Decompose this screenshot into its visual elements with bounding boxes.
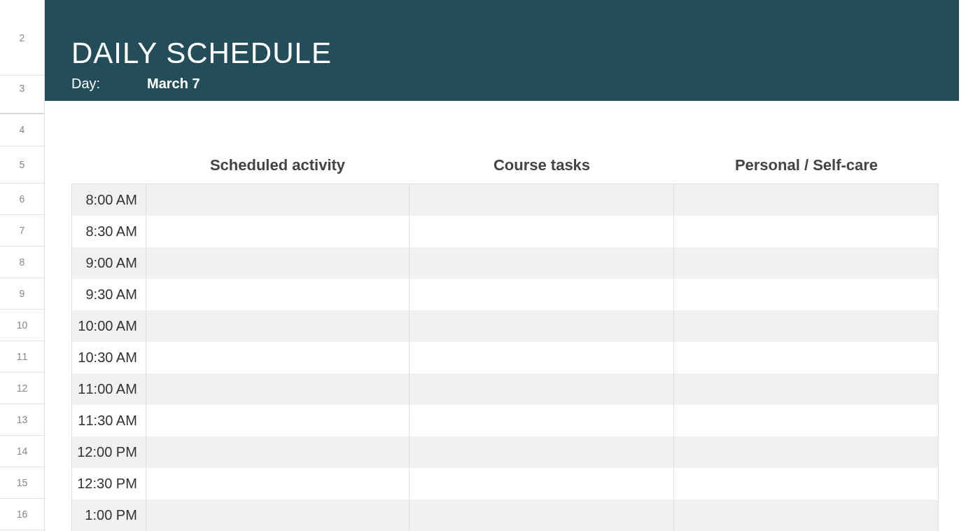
time-cell[interactable]: 12:30 PM: [72, 468, 146, 499]
schedule-row: 8:30 AM: [72, 216, 938, 247]
schedule-table: 8:00 AM8:30 AM9:00 AM9:30 AM10:00 AM10:3…: [71, 184, 939, 531]
row-header-14[interactable]: 14: [0, 436, 44, 467]
page-title: DAILY SCHEDULE: [71, 36, 959, 70]
time-cell[interactable]: 9:00 AM: [72, 247, 146, 279]
activity-cell[interactable]: [146, 468, 410, 499]
blank-row: [45, 113, 980, 146]
activity-cell[interactable]: [146, 342, 410, 373]
time-cell[interactable]: 12:00 PM: [72, 436, 146, 468]
tasks-cell[interactable]: [410, 405, 673, 436]
row-header-4[interactable]: 4: [0, 113, 44, 146]
row-header-15[interactable]: 15: [0, 467, 44, 499]
schedule-row: 11:30 AM: [72, 405, 938, 436]
schedule-row: 1:00 PM: [72, 499, 938, 531]
personal-cell[interactable]: [674, 184, 938, 216]
title-banner: DAILY SCHEDULE Day: March 7: [45, 0, 959, 101]
personal-cell[interactable]: [674, 310, 938, 342]
sheet-content: DAILY SCHEDULE Day: March 7 Scheduled ac…: [45, 0, 980, 531]
row-header-9[interactable]: 9: [0, 278, 44, 310]
activity-cell[interactable]: [146, 310, 410, 342]
row-header-12[interactable]: 12: [0, 373, 44, 404]
schedule-row: 8:00 AM: [72, 184, 938, 216]
activity-cell[interactable]: [146, 247, 410, 279]
tasks-cell[interactable]: [410, 342, 673, 373]
personal-cell[interactable]: [674, 499, 938, 531]
row-header-2[interactable]: 2: [0, 0, 44, 76]
time-cell[interactable]: 9:30 AM: [72, 279, 146, 310]
personal-cell[interactable]: [674, 342, 938, 373]
row-header-column: 2 3 4 5 6 7 8 9 10 11 12 13 14 15 16: [0, 0, 45, 531]
column-header-personal: Personal / Self-care: [674, 156, 939, 174]
time-cell[interactable]: 10:00 AM: [72, 310, 146, 342]
tasks-cell[interactable]: [410, 468, 673, 499]
row-header-5[interactable]: 5: [0, 146, 44, 184]
personal-cell[interactable]: [674, 468, 938, 499]
schedule-row: 12:00 PM: [72, 436, 938, 468]
row-header-6[interactable]: 6: [0, 184, 44, 215]
time-cell[interactable]: 8:00 AM: [72, 184, 146, 216]
day-value[interactable]: March 7: [147, 76, 200, 92]
activity-cell[interactable]: [146, 184, 410, 216]
activity-cell[interactable]: [146, 499, 410, 531]
schedule-row: 10:00 AM: [72, 310, 938, 342]
row-header-8[interactable]: 8: [0, 247, 44, 278]
activity-cell[interactable]: [146, 373, 410, 405]
row-header-divider: [0, 101, 44, 113]
time-cell[interactable]: 8:30 AM: [72, 216, 146, 247]
tasks-cell[interactable]: [410, 373, 673, 405]
tasks-cell[interactable]: [410, 499, 673, 531]
tasks-cell[interactable]: [410, 216, 673, 247]
tasks-cell[interactable]: [410, 279, 673, 310]
row-header-7[interactable]: 7: [0, 215, 44, 247]
personal-cell[interactable]: [674, 436, 938, 468]
time-cell[interactable]: 10:30 AM: [72, 342, 146, 373]
personal-cell[interactable]: [674, 373, 938, 405]
row-header-16[interactable]: 16: [0, 499, 44, 530]
schedule-row: 11:00 AM: [72, 373, 938, 405]
activity-cell[interactable]: [146, 216, 410, 247]
row-header-3[interactable]: 3: [0, 76, 44, 101]
personal-cell[interactable]: [674, 405, 938, 436]
personal-cell[interactable]: [674, 247, 938, 279]
day-row: Day: March 7: [71, 76, 959, 92]
header-divider: [45, 101, 980, 113]
column-header-activity: Scheduled activity: [146, 156, 410, 174]
personal-cell[interactable]: [674, 216, 938, 247]
schedule-row: 12:30 PM: [72, 468, 938, 499]
schedule-row: 10:30 AM: [72, 342, 938, 373]
tasks-cell[interactable]: [410, 436, 673, 468]
day-label: Day:: [71, 76, 147, 92]
tasks-cell[interactable]: [410, 184, 673, 216]
spreadsheet-view: 2 3 4 5 6 7 8 9 10 11 12 13 14 15 16 DAI…: [0, 0, 980, 531]
activity-cell[interactable]: [146, 279, 410, 310]
time-cell[interactable]: 1:00 PM: [72, 499, 146, 531]
schedule-row: 9:30 AM: [72, 279, 938, 310]
column-headers: Scheduled activity Course tasks Personal…: [45, 146, 980, 184]
schedule-row: 9:00 AM: [72, 247, 938, 279]
time-cell[interactable]: 11:00 AM: [72, 373, 146, 405]
personal-cell[interactable]: [674, 279, 938, 310]
row-header-13[interactable]: 13: [0, 404, 44, 436]
activity-cell[interactable]: [146, 436, 410, 468]
activity-cell[interactable]: [146, 405, 410, 436]
row-header-11[interactable]: 11: [0, 341, 44, 373]
row-header-10[interactable]: 10: [0, 310, 44, 341]
column-header-tasks: Course tasks: [410, 156, 674, 174]
tasks-cell[interactable]: [410, 247, 673, 279]
tasks-cell[interactable]: [410, 310, 673, 342]
time-cell[interactable]: 11:30 AM: [72, 405, 146, 436]
